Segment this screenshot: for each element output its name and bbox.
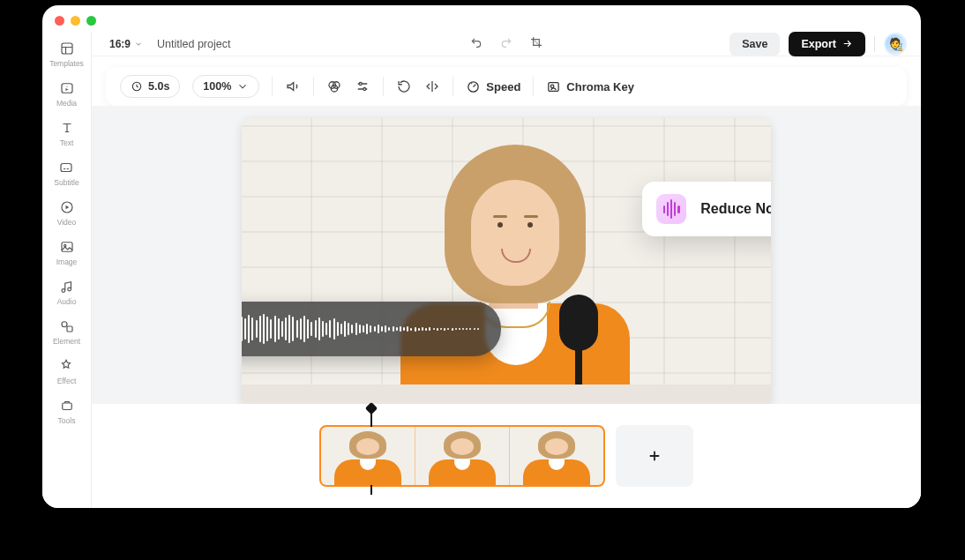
clock-icon	[131, 80, 143, 93]
flip-icon[interactable]	[424, 78, 440, 94]
chevron-down-icon	[134, 40, 143, 49]
clip-thumbnail	[321, 427, 415, 485]
duration-pill[interactable]: 5.0s	[120, 75, 180, 98]
chroma-key-icon	[546, 79, 561, 94]
redo-button[interactable]	[499, 35, 513, 53]
canvas-area: Reduce Noise	[92, 106, 921, 508]
volume-icon[interactable]	[285, 78, 301, 94]
sidebar-item-tools[interactable]: Tools	[58, 398, 76, 425]
video-preview[interactable]: Reduce Noise	[242, 118, 771, 407]
undo-icon	[469, 35, 483, 49]
speed-button[interactable]: Speed	[466, 79, 520, 94]
video-icon	[59, 199, 75, 215]
sidebar: Templates Media Text Subtitle Video Imag…	[42, 32, 92, 508]
window-close-icon[interactable]	[55, 16, 64, 26]
clip-thumbnail	[509, 427, 603, 485]
undo-button[interactable]	[469, 35, 483, 53]
redo-icon	[499, 35, 513, 49]
crop-button[interactable]	[529, 35, 543, 53]
avatar-emoji: 🧑‍🎨	[888, 37, 903, 51]
zoom-value: 100%	[203, 80, 231, 93]
svg-rect-7	[67, 326, 72, 332]
element-icon	[59, 318, 75, 334]
sidebar-item-label: Media	[56, 99, 77, 108]
sidebar-item-label: Tools	[58, 416, 76, 425]
aspect-ratio-selector[interactable]: 16:9	[109, 38, 143, 50]
clip-toolbar: 5.0s 100% Speed	[106, 67, 907, 106]
sidebar-item-label: Subtitle	[54, 178, 79, 187]
rotate-icon[interactable]	[396, 78, 412, 94]
export-button[interactable]: Export	[789, 32, 865, 56]
topbar-center-tools	[469, 35, 543, 53]
subtitle-icon	[58, 160, 74, 175]
divider	[313, 77, 314, 96]
duration-value: 5.0s	[148, 80, 169, 93]
window-minimize-icon[interactable]	[71, 16, 80, 26]
divider	[453, 77, 453, 96]
add-clip-button[interactable]	[616, 425, 693, 487]
svg-point-13	[360, 83, 363, 86]
save-button[interactable]: Save	[729, 33, 780, 56]
sidebar-item-effect[interactable]: Effect	[57, 358, 77, 385]
sidebar-item-subtitle[interactable]: Subtitle	[54, 160, 79, 187]
chroma-key-button[interactable]: Chroma Key	[546, 79, 634, 94]
sidebar-item-label: Element	[53, 337, 80, 346]
clip-thumbnail	[415, 427, 509, 485]
reduce-noise-icon	[656, 194, 686, 224]
adjust-icon[interactable]	[355, 78, 370, 94]
window-traffic-lights	[55, 16, 96, 26]
svg-point-17	[551, 85, 555, 88]
templates-icon	[59, 41, 75, 56]
export-label: Export	[801, 38, 836, 50]
avatar[interactable]: 🧑‍🎨	[884, 33, 907, 56]
main-area: 16:9 Untitled project Save Export	[92, 32, 921, 508]
app-window: Templates Media Text Subtitle Video Imag…	[42, 5, 921, 508]
audio-waveform-overlay[interactable]	[242, 302, 501, 356]
svg-point-6	[62, 322, 67, 327]
color-filter-icon[interactable]	[326, 78, 342, 94]
divider	[874, 36, 875, 52]
sidebar-item-templates[interactable]: Templates	[49, 41, 84, 68]
preview-person-illustration	[374, 145, 639, 407]
sidebar-item-label: Image	[56, 258, 78, 266]
window-maximize-icon[interactable]	[86, 16, 96, 26]
zoom-pill[interactable]: 100%	[192, 75, 259, 98]
effect-icon	[58, 358, 74, 374]
sidebar-item-label: Effect	[57, 377, 77, 385]
chroma-key-label: Chroma Key	[566, 80, 634, 93]
sidebar-item-image[interactable]: Image	[56, 239, 78, 266]
sidebar-item-label: Templates	[49, 59, 84, 68]
plus-icon	[647, 448, 662, 464]
timeline	[92, 404, 921, 508]
project-title[interactable]: Untitled project	[157, 38, 230, 50]
svg-rect-1	[62, 84, 72, 93]
sidebar-item-video[interactable]: Video	[57, 199, 77, 227]
svg-point-14	[363, 88, 366, 91]
timeline-clip[interactable]	[319, 425, 605, 487]
reduce-noise-label: Reduce Noise	[700, 201, 771, 217]
audio-icon	[59, 279, 75, 295]
reduce-noise-popup[interactable]: Reduce Noise	[642, 182, 771, 236]
media-icon	[59, 80, 75, 96]
tools-icon	[59, 398, 75, 414]
divider	[383, 77, 384, 96]
aspect-ratio-label: 16:9	[109, 38, 131, 50]
sidebar-item-text[interactable]: Text	[59, 120, 75, 147]
topbar: 16:9 Untitled project Save Export	[92, 32, 921, 56]
sidebar-item-label: Video	[57, 218, 77, 227]
arrow-right-icon	[842, 38, 853, 49]
svg-rect-2	[61, 164, 71, 172]
speed-label: Speed	[486, 80, 520, 93]
speed-icon	[466, 79, 481, 94]
crop-icon	[529, 35, 543, 49]
sidebar-item-label: Audio	[57, 297, 77, 306]
divider	[272, 77, 273, 96]
image-icon	[59, 239, 75, 255]
svg-rect-0	[62, 43, 72, 54]
sidebar-item-audio[interactable]: Audio	[57, 279, 77, 306]
sidebar-item-element[interactable]: Element	[53, 318, 80, 346]
sidebar-item-media[interactable]: Media	[56, 80, 77, 108]
svg-rect-8	[62, 403, 71, 410]
divider	[533, 77, 534, 96]
chevron-down-icon	[236, 80, 249, 93]
